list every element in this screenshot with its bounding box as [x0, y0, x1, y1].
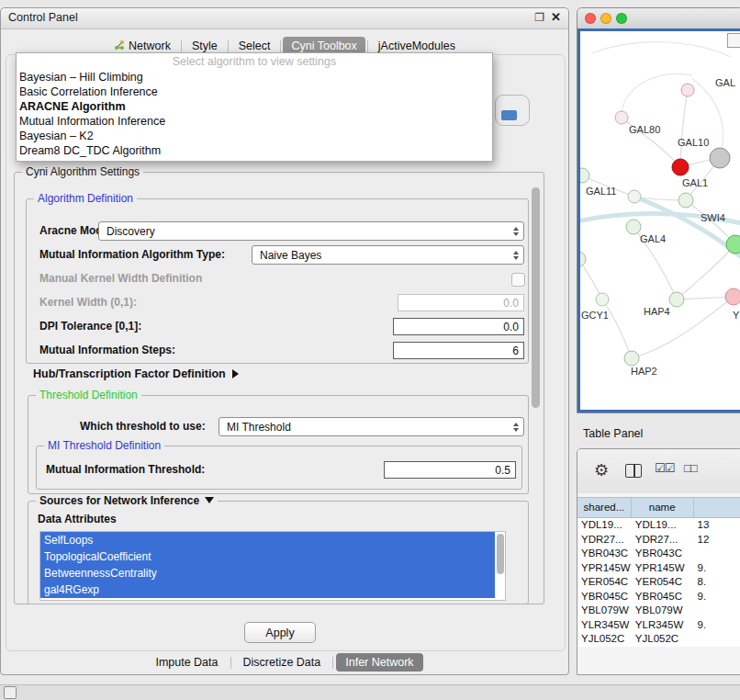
- apply-button[interactable]: Apply: [244, 622, 316, 643]
- network-node[interactable]: [672, 159, 689, 175]
- tab-label: jActiveModules: [378, 40, 455, 52]
- columns-icon[interactable]: [625, 464, 642, 478]
- column-header-2[interactable]: [694, 498, 740, 517]
- algorithm-option-mutual-information-inference[interactable]: Mutual Information Inference: [17, 114, 492, 129]
- tab-infer-network[interactable]: Infer Network: [336, 653, 422, 672]
- table-cell: [693, 547, 740, 561]
- network-view-window: GALGAL80GAL10GAL11GAL1SWI4GAL4GCY1HAP4HA…: [577, 7, 740, 413]
- network-node[interactable]: [725, 288, 740, 305]
- node-label-gal80: GAL80: [629, 124, 660, 135]
- algorithm-items: Bayesian – Hill ClimbingBasic Correlatio…: [17, 70, 492, 158]
- column-header-shared[interactable]: shared...: [577, 498, 632, 517]
- settings-scrollbar-thumb[interactable]: [532, 187, 540, 408]
- cyni-algorithm-settings-group: Cyni Algorithm Settings Algorithm Defini…: [14, 172, 544, 604]
- select-all-icon[interactable]: ☑☑: [655, 461, 674, 475]
- algorithm-option-bayesian-hill-climbing[interactable]: Bayesian – Hill Climbing: [17, 70, 492, 85]
- attribute-item-gal4rgexp[interactable]: gal4RGexp: [40, 581, 495, 598]
- network-node[interactable]: [580, 168, 589, 183]
- network-node[interactable]: [615, 111, 628, 124]
- algorithm-option-aracne-algorithm[interactable]: ARACNE Algorithm: [17, 99, 492, 114]
- network-canvas[interactable]: GALGAL80GAL10GAL11GAL1SWI4GAL4GCY1HAP4HA…: [577, 28, 740, 412]
- tab-label: Discretize Data: [243, 656, 321, 669]
- node-label-swi4: SWI4: [701, 212, 725, 223]
- network-node[interactable]: [596, 293, 609, 306]
- tab-impute-data[interactable]: Impute Data: [146, 653, 227, 672]
- algorithm-option-bayesian-k2[interactable]: Bayesian – K2: [17, 129, 492, 143]
- settings-scrollbar[interactable]: [532, 186, 540, 596]
- table-row[interactable]: YPR145WYPR145W9.: [577, 561, 740, 576]
- mi-type-select[interactable]: Naive Bayes: [252, 245, 524, 265]
- corner-button[interactable]: [727, 33, 740, 48]
- dpi-tolerance-field[interactable]: 0.0: [393, 318, 524, 335]
- dpi-tolerance-label: DPI Tolerance [0,1]:: [39, 320, 141, 333]
- attribute-item-selfloops[interactable]: SelfLoops: [40, 532, 495, 548]
- network-node[interactable]: [624, 351, 639, 366]
- network-node[interactable]: [710, 148, 730, 168]
- threshold-definition-group: Threshold Definition Which threshold to …: [28, 395, 529, 494]
- zoom-button[interactable]: [616, 13, 627, 24]
- table-row[interactable]: YBR045CYBR045C9.: [577, 590, 740, 604]
- gear-icon[interactable]: ⚙: [594, 460, 609, 480]
- table-row[interactable]: YBL079WYBL079W: [577, 604, 740, 618]
- node-label-gal: GAL: [715, 77, 735, 88]
- close-icon[interactable]: ✕: [551, 10, 561, 24]
- column-header-name[interactable]: name: [632, 498, 694, 517]
- attribute-item-betweennesscentrality[interactable]: BetweennessCentrality: [40, 565, 495, 581]
- algorithm-option-basic-correlation-inference[interactable]: Basic Correlation Inference: [17, 85, 492, 99]
- partially-hidden-button[interactable]: [495, 95, 530, 126]
- algorithm-option-dream8-dc-tdc-algorithm[interactable]: Dream8 DC_TDC Algorithm: [17, 143, 492, 158]
- table-row[interactable]: YDL19...YDL19...13: [577, 518, 740, 533]
- node-label-hap2: HAP2: [631, 366, 657, 377]
- aracne-mode-select[interactable]: Discovery: [98, 221, 524, 241]
- table-cell: YJL052C: [632, 632, 694, 647]
- tab-label: Infer Network: [345, 656, 413, 669]
- stepper-arrows-icon: [513, 246, 519, 264]
- control-panel-title: Control Panel: [8, 11, 78, 24]
- float-window-icon[interactable]: ❐: [534, 11, 544, 24]
- node-label-y: Y: [733, 310, 740, 321]
- algorithm-definition-title: Algorithm Definition: [34, 192, 137, 205]
- mi-steps-field[interactable]: 6: [393, 342, 524, 359]
- close-button[interactable]: [585, 13, 596, 24]
- threshold-definition-title: Threshold Definition: [36, 389, 141, 401]
- collapsed-panel-icon[interactable]: [4, 686, 17, 699]
- tab-label: Impute Data: [155, 656, 218, 669]
- mi-threshold-field[interactable]: 0.5: [384, 461, 516, 479]
- chevron-right-icon: [232, 369, 239, 378]
- minimize-button[interactable]: [600, 13, 611, 24]
- apply-button-label: Apply: [265, 627, 294, 639]
- network-node[interactable]: [626, 220, 641, 234]
- manual-kernel-checkbox[interactable]: [511, 273, 525, 287]
- stepper-arrows-icon: [513, 418, 519, 435]
- network-node[interactable]: [726, 235, 740, 254]
- data-attributes-list[interactable]: SelfLoopsTopologicalCoefficientBetweenne…: [39, 531, 506, 601]
- network-titlebar[interactable]: [577, 8, 740, 29]
- network-node[interactable]: [678, 193, 693, 208]
- list-scrollbar-thumb[interactable]: [497, 534, 504, 574]
- hub-section-toggle[interactable]: Hub/Transcription Factor Definition: [33, 367, 239, 380]
- network-node[interactable]: [628, 190, 641, 203]
- attribute-item-topologicalcoefficient[interactable]: TopologicalCoefficient: [40, 548, 495, 565]
- tab-discretize-data[interactable]: Discretize Data: [234, 653, 331, 672]
- tab-divider: [332, 657, 333, 669]
- table-row[interactable]: YLR345WYLR345W9.: [577, 618, 740, 633]
- tab-divider: [181, 40, 182, 52]
- kernel-width-label: Kernel Width (0,1):: [39, 296, 137, 309]
- table-row[interactable]: YBR043CYBR043C: [577, 547, 740, 561]
- table-row[interactable]: YDR27...YDR27...12: [577, 533, 740, 548]
- kernel-width-field[interactable]: 0.0: [398, 294, 524, 311]
- algorithm-placeholder: Select algorithm to view settings: [17, 54, 492, 70]
- which-threshold-select[interactable]: MI Threshold: [219, 417, 524, 436]
- table-row[interactable]: YER054CYER054C8.: [577, 575, 740, 590]
- sources-group-title[interactable]: Sources for Network Inference: [36, 494, 218, 507]
- node-label-gal4: GAL4: [640, 233, 666, 244]
- table-panel-title: Table Panel: [583, 427, 643, 440]
- network-node[interactable]: [669, 292, 684, 307]
- deselect-all-icon[interactable]: □□: [684, 461, 697, 475]
- control-panel-titlebar[interactable]: Control Panel ❐ ✕: [1, 8, 568, 29]
- network-node[interactable]: [580, 252, 586, 266]
- network-node[interactable]: [681, 84, 694, 96]
- table-row[interactable]: YJL052CYJL052C: [577, 632, 740, 647]
- node-table: shared...name YDL19...YDL19...13YDR27...…: [577, 497, 740, 647]
- table-cell: YDL19...: [577, 518, 632, 533]
